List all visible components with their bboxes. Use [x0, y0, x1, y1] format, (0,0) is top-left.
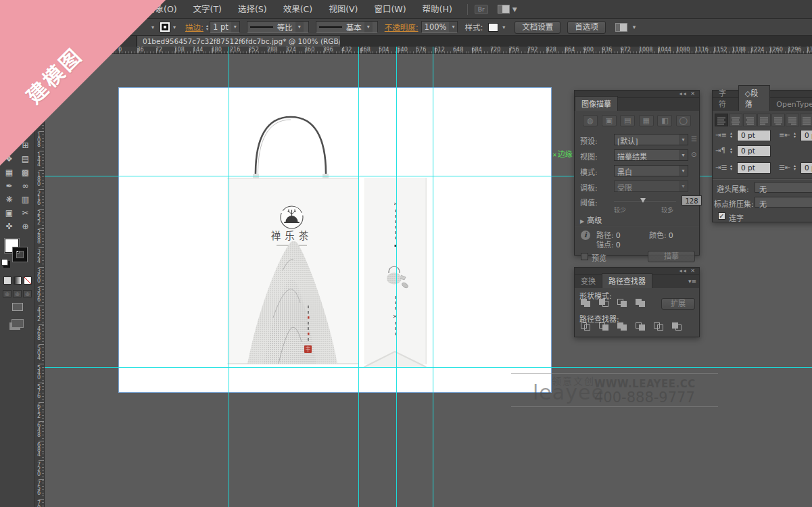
- mesh-tool[interactable]: ▦: [1, 166, 18, 179]
- auto-color-preset-icon[interactable]: ◍: [583, 115, 598, 126]
- opacity-field[interactable]: 100%▾: [421, 21, 458, 33]
- document-setup-button[interactable]: 文档设置: [515, 21, 560, 34]
- first-line-indent-field[interactable]: 0 pt: [737, 145, 771, 157]
- view-dropdown[interactable]: 描摹结果▾: [614, 149, 688, 161]
- justify-all-button[interactable]: [800, 114, 812, 126]
- merge-icon[interactable]: [617, 322, 630, 332]
- panel-menu-icon[interactable]: ▾≡: [688, 278, 696, 285]
- advanced-disclosure[interactable]: ▶高级: [580, 214, 602, 225]
- grayscale-preset-icon[interactable]: ▦: [639, 115, 654, 126]
- scale-tool[interactable]: ⤢: [18, 125, 34, 139]
- document-tab-1[interactable]: g* @ 100% (RGB/预览)×: [27, 36, 137, 47]
- stroke-color-swatch[interactable]: [160, 22, 170, 32]
- first-line-indent-stepper[interactable]: ▴▾: [730, 147, 732, 153]
- eye-icon[interactable]: ⊙: [691, 151, 696, 158]
- exclude-icon[interactable]: [635, 298, 648, 308]
- preview-checkbox[interactable]: [581, 253, 588, 260]
- align-caret-icon[interactable]: ▾: [633, 24, 636, 30]
- vertical-guide[interactable]: [433, 47, 433, 507]
- vertical-guide[interactable]: [229, 47, 229, 507]
- preferences-button[interactable]: 首选项: [567, 21, 606, 34]
- bridge-icon[interactable]: Br: [475, 5, 488, 14]
- slider-thumb-icon[interactable]: [640, 198, 646, 203]
- column-graph-tool[interactable]: ▥: [18, 193, 34, 206]
- low-color-preset-icon[interactable]: ▤: [620, 115, 635, 126]
- ruler-origin-corner[interactable]: [35, 47, 45, 54]
- screen-mode-icon[interactable]: [12, 303, 23, 311]
- space-before-stepper[interactable]: ▴▾: [730, 164, 732, 170]
- change-screen-mode-icon[interactable]: [11, 319, 24, 328]
- tab-character[interactable]: 字符: [713, 86, 738, 111]
- align-center-button[interactable]: [729, 114, 742, 126]
- tab-image-trace[interactable]: 图像描摹: [575, 96, 618, 111]
- expand-button[interactable]: 扩展: [661, 298, 695, 310]
- tab-close-icon[interactable]: ×: [118, 37, 124, 45]
- draw-behind-button[interactable]: ◎: [13, 290, 22, 297]
- trim-icon[interactable]: [598, 322, 612, 332]
- mode-dropdown[interactable]: 黑白▾: [614, 165, 688, 176]
- space-before-field[interactable]: 0 pt: [737, 162, 771, 174]
- menu-select[interactable]: 选择(S): [230, 0, 275, 19]
- line-segment-tool[interactable]: ∕: [1, 84, 18, 98]
- divide-icon[interactable]: [580, 322, 594, 332]
- minus-back-icon[interactable]: [671, 322, 685, 332]
- eyedropper-tool[interactable]: ✒: [1, 179, 18, 193]
- hyphenate-checkbox[interactable]: ✓: [718, 212, 725, 220]
- tab-paragraph[interactable]: ◇段落: [738, 85, 771, 111]
- left-indent-field[interactable]: 0 pt: [737, 130, 771, 141]
- align-panel-icon[interactable]: [615, 23, 627, 32]
- menu-effect[interactable]: 效果(C): [275, 0, 320, 19]
- palette-dropdown[interactable]: 受限▾: [614, 180, 688, 192]
- crop-icon[interactable]: [635, 322, 648, 332]
- blend-tool[interactable]: ∞: [18, 179, 34, 193]
- document-tab-2[interactable]: 01bed956457c7c32f87512f6fdc7bc.jpg* @ 10…: [137, 36, 340, 47]
- tab-pathfinder[interactable]: 路径查找器: [602, 273, 652, 288]
- horizontal-ruler[interactable]: 1441087236036721081441802162522883243603…: [45, 47, 812, 54]
- none-mode-button[interactable]: [24, 276, 32, 285]
- stroke-stepper[interactable]: ▴▾: [206, 24, 208, 30]
- vertical-guide[interactable]: [396, 47, 397, 507]
- close-panel-icon[interactable]: ✕: [690, 91, 696, 97]
- align-left-button[interactable]: [715, 114, 728, 126]
- justify-last-center-button[interactable]: [771, 114, 785, 126]
- symbol-sprayer-tool[interactable]: ❋: [1, 193, 18, 206]
- color-mode-button[interactable]: [3, 276, 11, 285]
- paintbrush-tool[interactable]: ✑: [1, 98, 18, 112]
- tab-transform[interactable]: 变换: [575, 274, 602, 288]
- collapse-panel-icon[interactable]: ◂◂: [679, 268, 688, 274]
- slice-tool[interactable]: ✂: [18, 206, 34, 220]
- outline-preset-icon[interactable]: ◯: [676, 115, 691, 126]
- close-panel-icon[interactable]: ✕: [690, 268, 696, 274]
- menu-view[interactable]: 视图(V): [320, 0, 366, 19]
- left-indent-stepper[interactable]: ▴▾: [730, 131, 732, 138]
- stroke-swatch-caret-icon[interactable]: ▾: [173, 24, 176, 30]
- justify-last-left-button[interactable]: [757, 114, 771, 126]
- workspace-icon[interactable]: [498, 5, 510, 14]
- align-right-button[interactable]: [743, 114, 757, 126]
- stroke-weight-link[interactable]: 描边:: [185, 22, 204, 32]
- right-indent-field[interactable]: 0 pt: [801, 130, 812, 141]
- rectangle-tool[interactable]: ▭: [18, 84, 34, 98]
- style-swatch[interactable]: [488, 23, 498, 32]
- draw-inside-button[interactable]: ◎: [23, 290, 32, 297]
- width-tool[interactable]: ∿: [1, 139, 18, 152]
- menu-object[interactable]: 对象(O): [139, 0, 185, 19]
- space-after-field[interactable]: 0 pt: [801, 162, 812, 174]
- pencil-tool[interactable]: ✎: [18, 98, 34, 112]
- unite-icon[interactable]: [580, 298, 594, 308]
- symbol-tool[interactable]: ❖: [1, 152, 18, 166]
- draw-normal-button[interactable]: ◎: [3, 290, 11, 297]
- zoom-tool[interactable]: ⊕: [18, 220, 34, 233]
- eraser-tool[interactable]: ◨: [18, 112, 34, 125]
- artboard-tool[interactable]: ▣: [1, 206, 18, 220]
- default-fill-stroke-icon[interactable]: [1, 259, 8, 266]
- minus-front-icon[interactable]: [598, 298, 612, 308]
- vertical-ruler[interactable]: 3603672108144180216252288324360396432468…: [35, 54, 45, 507]
- menu-window[interactable]: 窗口(W): [366, 0, 414, 19]
- type-tool[interactable]: T: [18, 71, 34, 84]
- stroke-color-control[interactable]: [13, 247, 27, 262]
- preset-dropdown[interactable]: [默认]▾: [614, 134, 688, 145]
- black-white-preset-icon[interactable]: ◧: [657, 115, 672, 126]
- menu-help[interactable]: 帮助(H): [414, 0, 460, 19]
- horizontal-guide[interactable]: [45, 367, 812, 368]
